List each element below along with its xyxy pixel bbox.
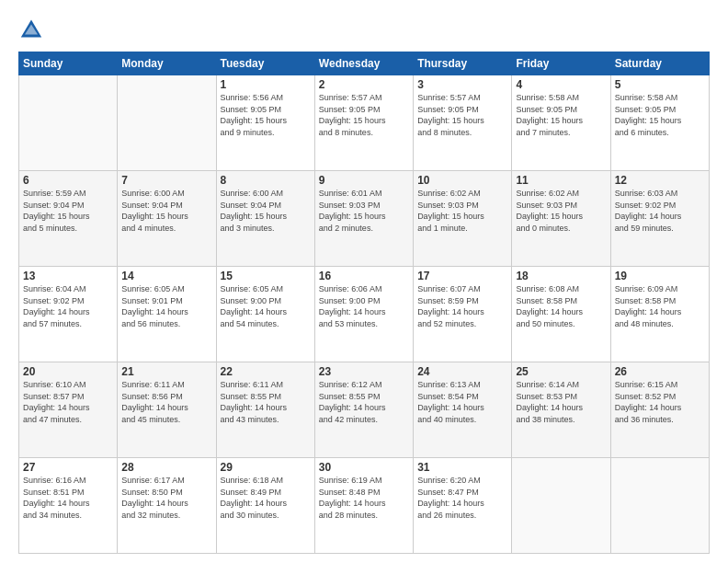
calendar-cell: 13Sunrise: 6:04 AMSunset: 9:02 PMDayligh… [19,267,118,362]
logo-icon [18,17,44,42]
day-info: Sunrise: 6:04 AMSunset: 9:02 PMDaylight:… [23,283,113,329]
day-number: 15 [221,270,311,282]
week-row-3: 13Sunrise: 6:04 AMSunset: 9:02 PMDayligh… [19,267,710,362]
day-info: Sunrise: 6:00 AMSunset: 9:04 PMDaylight:… [221,188,311,234]
weekday-header-wednesday: Wednesday [314,52,413,75]
day-number: 17 [417,270,507,282]
calendar-cell: 1Sunrise: 5:56 AMSunset: 9:05 PMDaylight… [216,75,314,171]
weekday-header-tuesday: Tuesday [216,52,314,75]
calendar-cell [19,75,118,171]
calendar-cell: 16Sunrise: 6:06 AMSunset: 9:00 PMDayligh… [314,267,413,362]
day-info: Sunrise: 5:57 AMSunset: 9:05 PMDaylight:… [319,92,409,138]
day-number: 3 [417,78,507,91]
day-info: Sunrise: 6:02 AMSunset: 9:03 PMDaylight:… [516,188,606,234]
calendar-cell: 23Sunrise: 6:12 AMSunset: 8:55 PMDayligh… [314,362,413,458]
day-info: Sunrise: 6:11 AMSunset: 8:56 PMDaylight:… [121,379,211,425]
day-number: 11 [516,174,606,187]
calendar-cell: 27Sunrise: 6:16 AMSunset: 8:51 PMDayligh… [19,458,118,554]
day-info: Sunrise: 5:58 AMSunset: 9:05 PMDaylight:… [516,92,606,138]
calendar-cell: 19Sunrise: 6:09 AMSunset: 8:58 PMDayligh… [610,267,709,362]
calendar-table: SundayMondayTuesdayWednesdayThursdayFrid… [18,52,710,554]
week-row-4: 20Sunrise: 6:10 AMSunset: 8:57 PMDayligh… [19,362,710,458]
day-info: Sunrise: 5:57 AMSunset: 9:05 PMDaylight:… [417,92,507,138]
day-number: 8 [221,174,311,187]
day-number: 2 [319,78,409,91]
week-row-5: 27Sunrise: 6:16 AMSunset: 8:51 PMDayligh… [19,458,710,554]
day-number: 14 [121,270,211,282]
calendar-cell: 8Sunrise: 6:00 AMSunset: 9:04 PMDaylight… [216,171,314,267]
day-number: 6 [23,174,113,187]
day-number: 26 [615,365,705,378]
day-number: 4 [516,78,606,91]
day-info: Sunrise: 6:15 AMSunset: 8:52 PMDaylight:… [615,379,705,425]
day-number: 9 [319,174,409,187]
day-info: Sunrise: 6:06 AMSunset: 9:00 PMDaylight:… [319,283,409,329]
day-number: 7 [121,174,211,187]
day-info: Sunrise: 6:16 AMSunset: 8:51 PMDaylight:… [23,475,113,521]
calendar-cell: 12Sunrise: 6:03 AMSunset: 9:02 PMDayligh… [610,171,709,267]
calendar-cell: 26Sunrise: 6:15 AMSunset: 8:52 PMDayligh… [610,362,709,458]
day-info: Sunrise: 6:00 AMSunset: 9:04 PMDaylight:… [121,188,211,234]
weekday-header-friday: Friday [512,52,610,75]
calendar-cell [118,75,216,171]
calendar-cell [610,458,709,554]
day-number: 1 [221,78,311,91]
calendar-cell: 5Sunrise: 5:58 AMSunset: 9:05 PMDaylight… [610,75,709,171]
weekday-header-monday: Monday [118,52,216,75]
day-info: Sunrise: 6:03 AMSunset: 9:02 PMDaylight:… [615,188,705,234]
day-number: 23 [319,365,409,378]
calendar-cell: 22Sunrise: 6:11 AMSunset: 8:55 PMDayligh… [216,362,314,458]
day-info: Sunrise: 6:11 AMSunset: 8:55 PMDaylight:… [221,379,311,425]
calendar-cell: 20Sunrise: 6:10 AMSunset: 8:57 PMDayligh… [19,362,118,458]
day-number: 29 [221,461,311,474]
day-info: Sunrise: 6:02 AMSunset: 9:03 PMDaylight:… [417,188,507,234]
day-info: Sunrise: 6:09 AMSunset: 8:58 PMDaylight:… [615,283,705,329]
calendar-cell: 7Sunrise: 6:00 AMSunset: 9:04 PMDaylight… [118,171,216,267]
day-number: 13 [23,270,113,282]
day-number: 16 [319,270,409,282]
calendar-cell: 29Sunrise: 6:18 AMSunset: 8:49 PMDayligh… [216,458,314,554]
day-number: 27 [23,461,113,474]
calendar-cell: 21Sunrise: 6:11 AMSunset: 8:56 PMDayligh… [118,362,216,458]
header [18,17,710,42]
day-info: Sunrise: 6:05 AMSunset: 9:00 PMDaylight:… [221,283,311,329]
page: SundayMondayTuesdayWednesdayThursdayFrid… [0,0,728,563]
day-info: Sunrise: 6:05 AMSunset: 9:01 PMDaylight:… [121,283,211,329]
weekday-header-saturday: Saturday [610,52,709,75]
calendar-cell [512,458,610,554]
day-number: 20 [23,365,113,378]
day-number: 18 [516,270,606,282]
day-number: 12 [615,174,705,187]
day-number: 30 [319,461,409,474]
day-info: Sunrise: 6:18 AMSunset: 8:49 PMDaylight:… [221,475,311,521]
day-number: 25 [516,365,606,378]
day-info: Sunrise: 5:59 AMSunset: 9:04 PMDaylight:… [23,188,113,234]
calendar-cell: 24Sunrise: 6:13 AMSunset: 8:54 PMDayligh… [414,362,512,458]
calendar-cell: 3Sunrise: 5:57 AMSunset: 9:05 PMDaylight… [414,75,512,171]
day-info: Sunrise: 6:20 AMSunset: 8:47 PMDaylight:… [417,475,507,521]
calendar-cell: 2Sunrise: 5:57 AMSunset: 9:05 PMDaylight… [314,75,413,171]
day-info: Sunrise: 6:08 AMSunset: 8:58 PMDaylight:… [516,283,606,329]
calendar-cell: 17Sunrise: 6:07 AMSunset: 8:59 PMDayligh… [414,267,512,362]
calendar-cell: 10Sunrise: 6:02 AMSunset: 9:03 PMDayligh… [414,171,512,267]
weekday-header-row: SundayMondayTuesdayWednesdayThursdayFrid… [19,52,710,75]
day-info: Sunrise: 6:01 AMSunset: 9:03 PMDaylight:… [319,188,409,234]
day-number: 21 [121,365,211,378]
week-row-2: 6Sunrise: 5:59 AMSunset: 9:04 PMDaylight… [19,171,710,267]
day-info: Sunrise: 6:14 AMSunset: 8:53 PMDaylight:… [516,379,606,425]
day-number: 24 [417,365,507,378]
weekday-header-thursday: Thursday [414,52,512,75]
calendar-cell: 11Sunrise: 6:02 AMSunset: 9:03 PMDayligh… [512,171,610,267]
weekday-header-sunday: Sunday [19,52,118,75]
calendar-cell: 25Sunrise: 6:14 AMSunset: 8:53 PMDayligh… [512,362,610,458]
day-number: 28 [121,461,211,474]
day-number: 10 [417,174,507,187]
week-row-1: 1Sunrise: 5:56 AMSunset: 9:05 PMDaylight… [19,75,710,171]
calendar-cell: 31Sunrise: 6:20 AMSunset: 8:47 PMDayligh… [414,458,512,554]
calendar-cell: 15Sunrise: 6:05 AMSunset: 9:00 PMDayligh… [216,267,314,362]
day-number: 22 [221,365,311,378]
day-info: Sunrise: 5:58 AMSunset: 9:05 PMDaylight:… [615,92,705,138]
calendar-cell: 14Sunrise: 6:05 AMSunset: 9:01 PMDayligh… [118,267,216,362]
calendar-cell: 6Sunrise: 5:59 AMSunset: 9:04 PMDaylight… [19,171,118,267]
day-info: Sunrise: 6:19 AMSunset: 8:48 PMDaylight:… [319,475,409,521]
